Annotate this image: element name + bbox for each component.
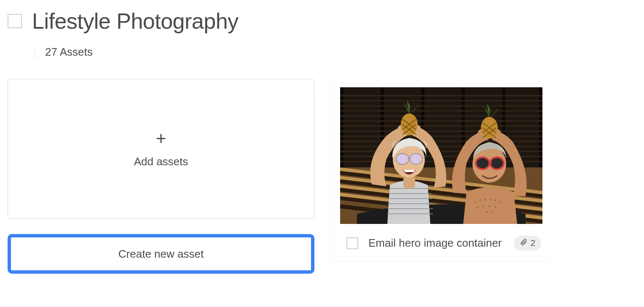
add-assets-label: Add assets bbox=[134, 155, 188, 168]
svg-point-52 bbox=[477, 206, 478, 208]
svg-rect-7 bbox=[539, 87, 542, 167]
svg-point-56 bbox=[486, 211, 488, 213]
asset-card[interactable]: Email hero image container 2 bbox=[331, 79, 551, 261]
svg-point-57 bbox=[491, 211, 493, 213]
svg-point-50 bbox=[494, 199, 496, 201]
svg-rect-38 bbox=[404, 170, 414, 172]
paperclip-icon bbox=[520, 238, 527, 248]
select-all-checkbox[interactable] bbox=[8, 14, 22, 28]
divider bbox=[35, 46, 35, 59]
svg-point-53 bbox=[483, 205, 484, 207]
svg-point-49 bbox=[489, 199, 491, 200]
attachment-count: 2 bbox=[531, 238, 535, 248]
create-new-asset-button[interactable]: Create new asset bbox=[8, 234, 314, 274]
svg-rect-35 bbox=[408, 157, 411, 159]
svg-point-51 bbox=[499, 201, 501, 203]
attachment-badge[interactable]: 2 bbox=[514, 236, 541, 250]
svg-point-46 bbox=[474, 201, 476, 203]
asset-count-label: 27 Assets bbox=[45, 46, 93, 59]
svg-point-54 bbox=[488, 205, 490, 207]
create-new-asset-label: Create new asset bbox=[118, 248, 204, 261]
svg-point-47 bbox=[479, 199, 481, 201]
asset-title: Email hero image container bbox=[368, 237, 514, 250]
svg-point-55 bbox=[494, 206, 496, 208]
plus-icon: + bbox=[156, 130, 166, 148]
asset-thumbnail bbox=[340, 87, 542, 224]
svg-rect-63 bbox=[488, 162, 492, 164]
svg-rect-2 bbox=[340, 87, 343, 167]
asset-select-checkbox[interactable] bbox=[346, 237, 358, 249]
page-title: Lifestyle Photography bbox=[32, 8, 239, 34]
add-assets-dropzone[interactable]: + Add assets bbox=[8, 79, 314, 219]
svg-point-48 bbox=[484, 199, 486, 200]
